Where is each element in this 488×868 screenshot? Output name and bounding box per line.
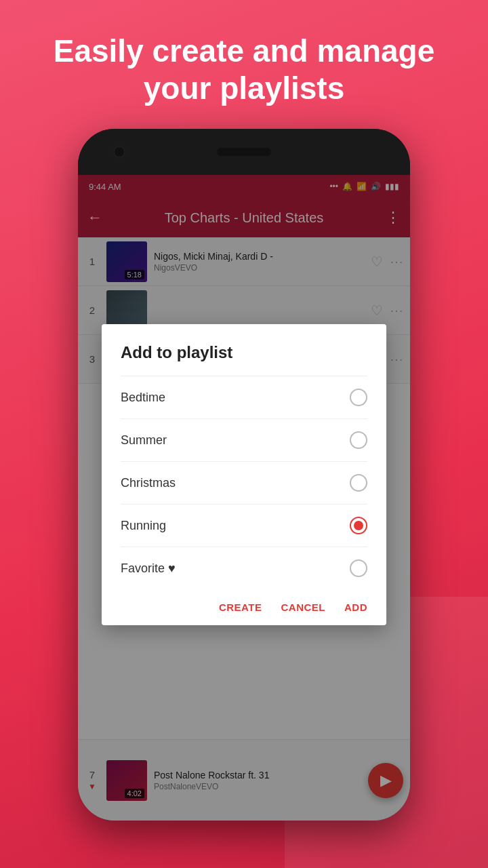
playlist-item-christmas[interactable]: Christmas: [121, 461, 367, 504]
cancel-button[interactable]: CANCEL: [281, 601, 326, 613]
hero-section: Easily create and manage your playlists: [0, 0, 488, 127]
playlist-item-favorite[interactable]: Favorite ♥: [121, 547, 367, 589]
dialog-overlay: Add to playlist Bedtime Summer Christmas: [78, 175, 410, 807]
radio-inner-running: [354, 521, 363, 530]
phone-shell: 9:44 AM ••• 🔔 📶 🔊 ▮▮▮ ← Top Charts - Uni…: [78, 129, 410, 821]
hero-title: Easily create and manage your playlists: [41, 33, 447, 107]
radio-favorite[interactable]: [350, 559, 367, 577]
playlist-name-bedtime: Bedtime: [121, 391, 165, 405]
playlist-name-summer: Summer: [121, 433, 167, 448]
add-to-playlist-dialog: Add to playlist Bedtime Summer Christmas: [102, 324, 386, 625]
dialog-title: Add to playlist: [121, 343, 367, 362]
radio-running[interactable]: [350, 517, 367, 534]
radio-summer[interactable]: [350, 431, 367, 449]
playlist-name-christmas: Christmas: [121, 476, 176, 490]
phone-screen: 9:44 AM ••• 🔔 📶 🔊 ▮▮▮ ← Top Charts - Uni…: [78, 175, 410, 807]
dialog-actions: CREATE CANCEL ADD: [121, 589, 367, 625]
playlist-name-favorite: Favorite ♥: [121, 561, 176, 576]
playlist-name-running: Running: [121, 519, 166, 533]
playlist-item-bedtime[interactable]: Bedtime: [121, 376, 367, 418]
add-button[interactable]: ADD: [344, 601, 367, 613]
playlist-item-running[interactable]: Running: [121, 504, 367, 547]
radio-christmas[interactable]: [350, 474, 367, 492]
playlist-item-summer[interactable]: Summer: [121, 418, 367, 461]
create-button[interactable]: CREATE: [219, 601, 262, 613]
radio-bedtime[interactable]: [350, 389, 367, 406]
